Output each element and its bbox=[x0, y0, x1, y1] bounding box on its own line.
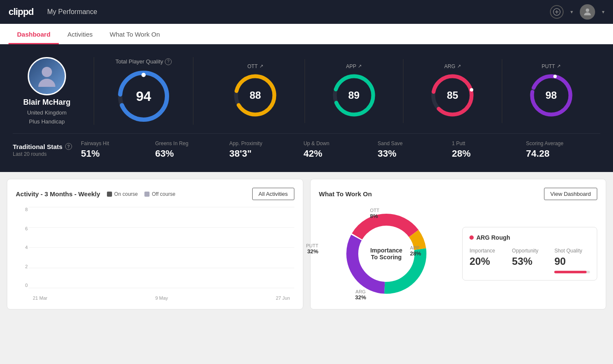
trad-proximity: App. Proximity 38'3" bbox=[229, 140, 303, 159]
add-button[interactable] bbox=[550, 5, 564, 19]
sq-bar-fill bbox=[554, 271, 586, 273]
total-quality-label: Total Player Quality ? bbox=[115, 58, 172, 65]
total-quality-section: Total Player Quality ? 94 bbox=[107, 58, 180, 124]
stat-putt: PUTT ↗ 98 bbox=[502, 59, 601, 123]
legend-dot-on bbox=[107, 192, 112, 197]
trad-sandsave: Sand Save 33% bbox=[378, 140, 452, 159]
donut-area: Importance To Scoring OTT 8% APP 28% bbox=[319, 207, 454, 301]
app-value: 89 bbox=[348, 89, 360, 101]
player-name: Blair McHarg bbox=[23, 98, 70, 107]
trad-stats-values: Fairways Hit 51% Greens In Reg 63% App. … bbox=[81, 140, 600, 159]
wtwo-card-header: What To Work On View Dashboard bbox=[319, 188, 598, 200]
stat-arg: ARG ↗ 85 bbox=[403, 59, 502, 123]
add-dropdown-arrow: ▾ bbox=[570, 9, 573, 15]
detail-title: ARG Rough bbox=[469, 234, 590, 241]
traditional-stats: Traditional Stats ? Last 20 rounds Fairw… bbox=[13, 133, 600, 159]
bottom-section: Activity - 3 Months - Weekly On course O… bbox=[0, 172, 613, 316]
player-avatar bbox=[28, 57, 66, 95]
legend-off-course: Off course bbox=[144, 191, 175, 197]
tab-what-to-work-on[interactable]: What To Work On bbox=[101, 24, 169, 44]
wtwo-card: What To Work On View Dashboard bbox=[310, 179, 607, 310]
stat-ott: OTT ↗ 88 bbox=[206, 59, 305, 123]
ott-arrow-icon: ↗ bbox=[259, 63, 263, 69]
putt-gauge: 98 bbox=[528, 72, 575, 119]
vertical-divider bbox=[94, 57, 94, 125]
nav-left: clippd My Performance bbox=[9, 6, 97, 17]
app-gauge: 89 bbox=[331, 72, 377, 119]
app-label: APP ↗ bbox=[346, 63, 362, 69]
total-quality-value: 94 bbox=[136, 88, 151, 104]
svg-point-4 bbox=[42, 67, 52, 77]
activity-header-left: Activity - 3 Months - Weekly On course O… bbox=[16, 190, 176, 198]
top-nav: clippd My Performance ▾ ▾ bbox=[0, 0, 613, 24]
total-quality-gauge: 94 bbox=[116, 69, 171, 124]
vertical-divider-2 bbox=[193, 57, 193, 125]
trad-stats-info-icon[interactable]: ? bbox=[65, 143, 72, 150]
svg-point-18 bbox=[553, 75, 557, 78]
activity-card-header: Activity - 3 Months - Weekly On course O… bbox=[16, 188, 294, 200]
player-info: Blair McHarg United Kingdom Plus Handica… bbox=[13, 57, 81, 125]
trad-oneputt: 1 Putt 28% bbox=[452, 140, 526, 159]
ott-gauge: 88 bbox=[232, 72, 279, 119]
hero-top: Blair McHarg United Kingdom Plus Handica… bbox=[13, 57, 600, 125]
user-dropdown-arrow: ▾ bbox=[602, 9, 604, 15]
user-avatar[interactable] bbox=[580, 4, 595, 20]
wtwo-detail: ARG Rough Importance 20% Opportunity 53%… bbox=[462, 207, 597, 301]
arg-gauge: 85 bbox=[429, 72, 476, 119]
shot-quality-bar bbox=[554, 271, 590, 273]
arg-label: ARG ↗ bbox=[444, 63, 461, 69]
trad-updown: Up & Down 42% bbox=[303, 140, 377, 159]
hero-section: Blair McHarg United Kingdom Plus Handica… bbox=[0, 44, 613, 172]
svg-point-12 bbox=[352, 75, 356, 78]
svg-point-7 bbox=[141, 73, 146, 77]
activity-legend: On course Off course bbox=[107, 191, 176, 197]
view-dashboard-button[interactable]: View Dashboard bbox=[544, 188, 597, 200]
sq-bar-bg bbox=[554, 271, 590, 273]
logo: clippd bbox=[9, 6, 34, 17]
stat-app: APP ↗ 89 bbox=[305, 59, 404, 123]
wtwo-content: Importance To Scoring OTT 8% APP 28% bbox=[319, 207, 598, 301]
arg-value: 85 bbox=[447, 89, 458, 101]
metric-shot-quality: Shot Quality 90 bbox=[554, 248, 590, 273]
detail-title-dot bbox=[469, 235, 474, 240]
all-activities-button[interactable]: All Activities bbox=[252, 188, 294, 200]
quality-info-icon[interactable]: ? bbox=[165, 58, 172, 65]
grid-line-0 bbox=[29, 288, 294, 288]
metric-opportunity: Opportunity 53% bbox=[512, 248, 548, 273]
legend-dot-off bbox=[144, 192, 150, 197]
app-arrow-icon: ↗ bbox=[358, 63, 362, 69]
putt-value: 98 bbox=[545, 89, 557, 101]
trad-scoring: Scoring Average 74.28 bbox=[526, 140, 600, 159]
bar-chart: 8 6 4 2 0 bbox=[16, 207, 294, 301]
tab-dashboard[interactable]: Dashboard bbox=[9, 24, 59, 44]
detail-metrics: Importance 20% Opportunity 53% Shot Qual… bbox=[469, 248, 590, 273]
trad-label-col: Traditional Stats ? Last 20 rounds bbox=[13, 143, 81, 157]
chart-area: 8 6 4 2 0 bbox=[16, 207, 294, 301]
trad-fairways: Fairways Hit 51% bbox=[81, 140, 155, 159]
trad-stats-sublabel: Last 20 rounds bbox=[13, 151, 81, 157]
nav-right: ▾ ▾ bbox=[550, 4, 604, 20]
svg-point-3 bbox=[586, 9, 589, 12]
y-labels: 8 6 4 2 0 bbox=[16, 207, 28, 288]
detail-card: ARG Rough Importance 20% Opportunity 53%… bbox=[462, 227, 597, 281]
bars-area bbox=[29, 207, 294, 288]
trad-gir: Greens In Reg 63% bbox=[155, 140, 229, 159]
legend-on-course: On course bbox=[107, 191, 138, 197]
ott-value: 88 bbox=[250, 89, 261, 101]
putt-label: PUTT ↗ bbox=[542, 63, 561, 69]
activity-title: Activity - 3 Months - Weekly bbox=[16, 190, 100, 198]
donut-label-putt: PUTT 32% bbox=[306, 243, 319, 255]
trad-stats-label: Traditional Stats ? bbox=[13, 143, 81, 150]
stats-grid: OTT ↗ 88 APP ↗ bbox=[206, 59, 600, 123]
donut-label-app: APP 28% bbox=[410, 245, 421, 257]
tab-activities[interactable]: Activities bbox=[59, 24, 101, 44]
ott-label: OTT ↗ bbox=[248, 63, 263, 69]
wtwo-title: What To Work On bbox=[319, 190, 372, 198]
metric-importance: Importance 20% bbox=[469, 248, 505, 273]
donut-label-arg: ARG 32% bbox=[355, 289, 366, 301]
tab-bar: Dashboard Activities What To Work On bbox=[0, 24, 613, 44]
x-labels: 21 Mar 9 May 27 Jun bbox=[29, 295, 294, 301]
svg-point-15 bbox=[470, 88, 473, 92]
logo-text: clippd bbox=[9, 6, 34, 17]
player-country: United Kingdom bbox=[27, 109, 67, 116]
